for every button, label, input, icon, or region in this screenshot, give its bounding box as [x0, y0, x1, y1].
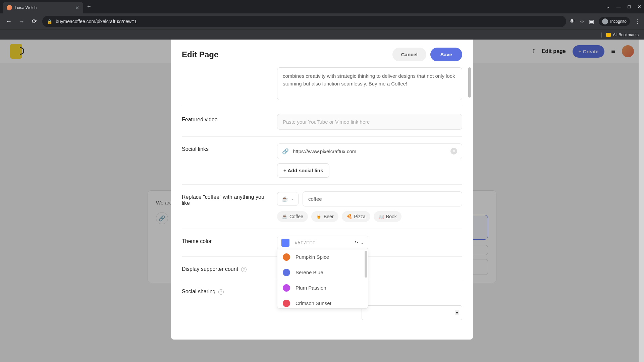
lock-icon: 🔒 [47, 19, 52, 24]
theme-color-label: Theme color [182, 236, 269, 250]
bookmarks-label: All Bookmarks [613, 33, 639, 37]
chevron-down-icon: ⌄ [361, 240, 364, 245]
scroll-thumb[interactable] [468, 67, 471, 98]
modal-title: Edit Page [182, 50, 218, 59]
add-social-link-button[interactable]: + Add social link [277, 163, 329, 178]
color-dot [283, 253, 290, 261]
tab-close-icon[interactable]: ✕ [75, 5, 79, 10]
color-option-pumpkin[interactable]: Pumpkin Spice [277, 249, 368, 265]
modal-header: Edit Page Cancel Save [171, 40, 473, 67]
color-dot [283, 269, 290, 276]
close-window-icon[interactable]: ✕ [637, 4, 641, 9]
help-icon[interactable]: ? [241, 267, 247, 272]
theme-color-select[interactable]: #5F7FFF ↖ ⌄ [277, 236, 368, 250]
link-icon: 🔗 [282, 148, 289, 155]
cancel-button[interactable]: Cancel [392, 48, 426, 61]
featured-video-label: Featured video [182, 114, 269, 130]
color-option-serene[interactable]: Serene Blue [277, 265, 368, 280]
star-icon[interactable]: ☆ [580, 18, 584, 25]
color-hex-value: #5F7FFF [295, 240, 355, 245]
replace-input[interactable] [303, 191, 462, 206]
tab-title: Luisa Welch [15, 5, 72, 10]
featured-video-input[interactable] [277, 114, 462, 130]
supporter-count-label: Display supporter count ? [182, 263, 269, 272]
browser-toolbar: ← → ⟳ 🔒 buymeacoffee.com/pixelcraftux?ne… [0, 13, 644, 29]
color-option-crimson[interactable]: Crimson Sunset [277, 296, 368, 308]
eye-off-icon[interactable]: 👁 [570, 18, 575, 24]
url-text: buymeacoffee.com/pixelcraftux?new=1 [56, 19, 137, 24]
preset-chips: ☕Coffee 🍺Beer 🍕Pizza 📖Book [277, 211, 462, 222]
kebab-menu-icon[interactable]: ⋮ [635, 18, 640, 25]
social-link-input[interactable] [293, 144, 446, 158]
chip-pizza[interactable]: 🍕Pizza [342, 211, 370, 222]
chevron-down-icon: ⌄ [291, 196, 294, 201]
incognito-badge: Incognito [599, 17, 630, 26]
theme-color-dropdown: Pumpkin Spice Serene Blue Plum Passion [277, 249, 368, 309]
modal-overlay: Edit Page Cancel Save combines creativit… [0, 40, 644, 362]
new-tab-button[interactable]: + [87, 3, 91, 10]
modal-body: combines creativity with strategic think… [171, 67, 473, 340]
social-links-label: Social links [182, 143, 269, 178]
window-controls: ⌄ ― □ ✕ [606, 4, 641, 9]
back-button[interactable]: ← [4, 18, 13, 25]
chip-coffee[interactable]: ☕Coffee [277, 211, 308, 222]
about-textarea[interactable]: combines creativity with strategic think… [277, 67, 462, 100]
browser-tab[interactable]: Luisa Welch ✕ [3, 2, 83, 13]
bookmarks-bar: | All Bookmarks [0, 29, 644, 40]
incognito-label: Incognito [610, 19, 627, 24]
forward-button[interactable]: → [17, 18, 26, 25]
chip-book[interactable]: 📖Book [374, 211, 401, 222]
tab-favicon [7, 5, 12, 10]
extensions-icon[interactable]: ▣ [589, 18, 594, 25]
minimize-icon[interactable]: ― [616, 4, 621, 9]
color-option-plum[interactable]: Plum Passion [277, 280, 368, 296]
reload-button[interactable]: ⟳ [30, 18, 39, 25]
replace-coffee-label: Replace "coffee" with anything you like [182, 191, 269, 222]
color-dot [283, 284, 290, 292]
maximize-icon[interactable]: □ [628, 4, 631, 9]
browser-tab-strip: Luisa Welch ✕ + ⌄ ― □ ✕ [0, 0, 644, 13]
selected-emoji: ☕ [281, 196, 288, 202]
social-sharing-label: Social sharing ? [182, 286, 269, 320]
all-bookmarks-button[interactable]: All Bookmarks [606, 33, 639, 37]
edit-page-modal: Edit Page Cancel Save combines creativit… [171, 40, 473, 340]
social-link-row: 🔗 ✕ [277, 143, 462, 159]
save-button[interactable]: Save [430, 48, 462, 61]
incognito-icon [602, 18, 608, 24]
url-bar[interactable]: 🔒 buymeacoffee.com/pixelcraftux?new=1 [42, 16, 566, 27]
folder-icon [606, 33, 611, 37]
chip-beer[interactable]: 🍺Beer [311, 211, 338, 222]
dropdown-scrollbar[interactable] [365, 251, 367, 278]
color-swatch [281, 239, 289, 247]
share-preview-select[interactable] [362, 305, 462, 320]
help-icon[interactable]: ? [218, 289, 224, 295]
clear-icon[interactable]: ✕ [450, 148, 457, 155]
modal-scrollbar[interactable] [468, 67, 472, 340]
color-dot [283, 300, 290, 307]
emoji-select[interactable]: ☕ ⌄ [277, 192, 299, 206]
chevron-down-icon[interactable]: ⌄ [606, 4, 610, 9]
